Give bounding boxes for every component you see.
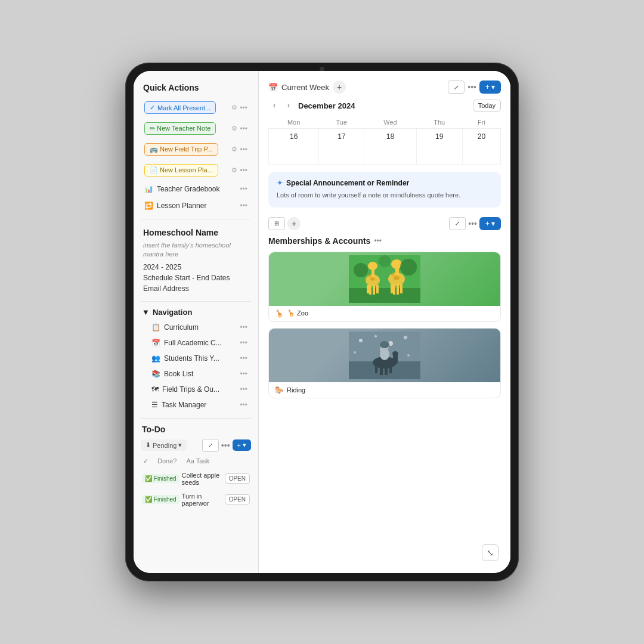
open-badge-2[interactable]: OPEN	[225, 494, 250, 504]
mem-expand2-icon[interactable]: ⤢	[449, 217, 466, 230]
cal-expand-icon[interactable]: ⤢	[448, 80, 465, 94]
navigation-title[interactable]: ▼ Navigation	[141, 308, 251, 317]
expand-icon[interactable]: ⤢	[202, 439, 219, 452]
nav-academic[interactable]: 📅 Full Academic C... •••	[141, 336, 251, 350]
nav-students[interactable]: 👥 Students This Y... •••	[141, 351, 251, 366]
horse-image	[269, 329, 500, 382]
nav-more-6[interactable]: •••	[240, 401, 247, 409]
svg-point-31	[407, 354, 410, 357]
action-gradebook[interactable]: 📊 Teacher Gradebook •••	[141, 182, 251, 196]
homeschool-info: Homeschool Name insert the family's home…	[141, 225, 251, 295]
svg-rect-34	[385, 366, 388, 375]
action-lesson-planner[interactable]: 🔁 Lesson Planner •••	[141, 199, 251, 213]
cal-today-btn[interactable]: Today	[473, 100, 501, 112]
calendar-header: 📅 Current Week + ⤢ ••• + ▾	[268, 80, 501, 94]
task-col: Aa Task	[186, 457, 209, 465]
more-icon-5[interactable]: •••	[240, 185, 247, 193]
tablet-device: Quick Actions ✓ Mark All Present... ⚙ ••…	[125, 63, 519, 581]
horse-label: 🐎 Riding	[269, 382, 500, 398]
homeschool-mantra: insert the family's homeschool mantra he…	[143, 241, 249, 259]
cal-cell-18[interactable]: 18	[364, 129, 416, 165]
svg-rect-6	[376, 285, 379, 293]
action-icons: ⚙ •••	[231, 104, 247, 112]
svg-point-20	[354, 263, 368, 277]
cal-day-wed: Wed	[364, 116, 416, 129]
mem-title-more[interactable]: •••	[374, 237, 382, 245]
horse-text: Riding	[287, 386, 305, 394]
cal-prev-btn[interactable]: ‹	[268, 100, 280, 112]
main-content: 📅 Current Week + ⤢ ••• + ▾ ‹	[259, 71, 510, 573]
done-col: Done?	[157, 457, 177, 465]
svg-rect-14	[391, 284, 393, 293]
more-icon-2[interactable]: •••	[240, 125, 247, 133]
mem-add-btn[interactable]: +	[287, 217, 301, 230]
teacher-note-badge: ✏ New Teacher Note	[144, 122, 216, 135]
check-col: ✓	[143, 457, 153, 465]
cal-add-btn[interactable]: +	[333, 80, 346, 94]
cal-cell-17[interactable]: 17	[319, 129, 364, 165]
more-icon-4[interactable]: •••	[240, 166, 247, 175]
horse-svg	[349, 332, 420, 379]
mem-card-horse[interactable]: 🐎 Riding	[268, 328, 501, 398]
horse-emoji: 🐎	[275, 386, 284, 394]
pending-badge[interactable]: ⬇ Pending ▾	[141, 439, 187, 451]
cal-cell-20[interactable]: 20	[462, 129, 500, 165]
cal-cell-19[interactable]: 19	[416, 129, 462, 165]
mem-add-blue-btn[interactable]: + ▾	[479, 217, 501, 230]
nav-more-5[interactable]: •••	[240, 385, 247, 394]
gear-icon-3[interactable]: ⚙	[231, 145, 237, 153]
more-icon-3[interactable]: •••	[240, 145, 247, 154]
nav-more-1[interactable]: •••	[240, 323, 247, 332]
svg-rect-4	[373, 285, 375, 295]
action-mark-all[interactable]: ✓ Mark All Present... ⚙ •••	[141, 98, 251, 117]
doc-icon: 📄	[150, 166, 158, 174]
school-year: 2024 - 2025	[143, 263, 249, 271]
cal-cell-16[interactable]: 16	[269, 129, 319, 165]
memberships-title: Memberships & Accounts	[268, 236, 370, 246]
cal-day-tue: Tue	[319, 116, 364, 129]
svg-rect-36	[375, 365, 377, 373]
todo-add-btn[interactable]: + ▾	[233, 439, 251, 451]
gear-icon[interactable]: ⚙	[231, 104, 237, 112]
nav-more-3[interactable]: •••	[240, 354, 247, 363]
cal-more[interactable]: •••	[467, 82, 476, 92]
nav-more-4[interactable]: •••	[240, 370, 247, 378]
expand-all-btn[interactable]: ⤡	[482, 544, 499, 561]
tablet-screen: Quick Actions ✓ Mark All Present... ⚙ ••…	[134, 71, 510, 573]
task-text-2: Turn in paperwor	[182, 493, 222, 507]
action-teacher-note[interactable]: ✏ New Teacher Note ⚙ •••	[141, 119, 251, 138]
svg-point-19	[391, 273, 395, 275]
task-text-1: Collect apple seeds	[182, 472, 222, 486]
mem-card-zoo[interactable]: 🦒 🦒 Zoo	[268, 252, 501, 322]
nav-tasks[interactable]: ☰ Task Manager •••	[141, 398, 251, 412]
plus-icon: +	[237, 442, 241, 449]
svg-point-21	[400, 259, 417, 275]
svg-rect-15	[400, 284, 402, 293]
mem-expand-icon[interactable]: ⊞	[268, 217, 285, 230]
nav-more-2[interactable]: •••	[240, 339, 247, 347]
gear-icon-4[interactable]: ⚙	[231, 166, 237, 174]
action-lesson-plan[interactable]: 📄 New Lesson Pla... ⚙ •••	[141, 161, 251, 179]
cal-next-btn[interactable]: ›	[283, 100, 295, 112]
cal-day-thu: Thu	[416, 116, 462, 129]
more-icon-6[interactable]: •••	[240, 202, 247, 210]
action-field-trip[interactable]: 🚌 New Field Trip P... ⚙ •••	[141, 140, 251, 159]
nav-booklist[interactable]: 📚 Book List •••	[141, 367, 251, 381]
cal-add-blue-btn[interactable]: + ▾	[479, 80, 501, 94]
announcement-body: Lots of room to write yourself a note or…	[277, 190, 493, 200]
gear-icon-2[interactable]: ⚙	[231, 125, 237, 132]
nav-curriculum[interactable]: 📋 Curriculum •••	[141, 320, 251, 335]
todo-more[interactable]: •••	[221, 441, 230, 450]
svg-rect-5	[367, 285, 369, 293]
chevron-icon: ▾	[178, 441, 182, 449]
quick-actions-title: Quick Actions	[141, 83, 251, 92]
mem-more[interactable]: •••	[468, 219, 477, 228]
finished-badge-2: ✅ Finished	[142, 495, 179, 504]
nav-fieldtrips[interactable]: 🗺 Field Trips & Ou... •••	[141, 382, 251, 397]
announcement-title: ✦ Special Announcement or Reminder	[277, 179, 493, 187]
open-badge-1[interactable]: OPEN	[225, 473, 250, 484]
svg-rect-12	[393, 284, 395, 295]
svg-point-22	[379, 255, 391, 267]
more-icon[interactable]: •••	[240, 104, 247, 112]
cal-day-fri: Fri	[462, 116, 500, 129]
